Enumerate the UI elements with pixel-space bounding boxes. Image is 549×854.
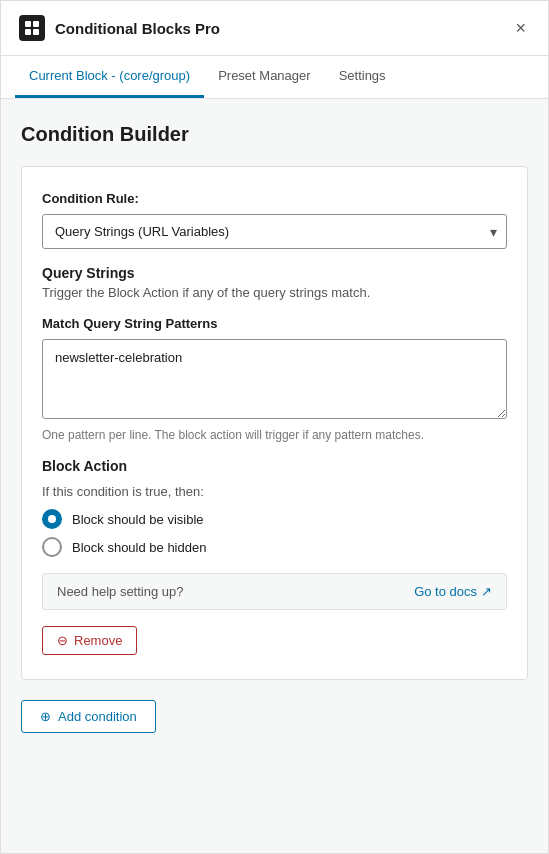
help-text: Need help setting up? xyxy=(57,584,183,599)
block-action-title: Block Action xyxy=(42,458,507,474)
radio-hidden-label: Block should be hidden xyxy=(72,540,206,555)
add-condition-area: ⊕ Add condition xyxy=(21,700,528,733)
go-to-docs-link[interactable]: Go to docs ↗ xyxy=(414,584,492,599)
external-link-icon: ↗ xyxy=(481,584,492,599)
svg-rect-2 xyxy=(25,29,31,35)
radio-group: Block should be visible Block should be … xyxy=(42,509,507,557)
condition-rule-label: Condition Rule: xyxy=(42,191,507,206)
query-strings-title: Query Strings xyxy=(42,265,507,281)
add-condition-label: Add condition xyxy=(58,709,137,724)
radio-hidden[interactable]: Block should be hidden xyxy=(42,537,507,557)
go-to-docs-label: Go to docs xyxy=(414,584,477,599)
radio-visible-label: Block should be visible xyxy=(72,512,204,527)
remove-button[interactable]: ⊖ Remove xyxy=(42,626,137,655)
condition-rule-section: Condition Rule: Query Strings (URL Varia… xyxy=(42,191,507,249)
add-condition-button[interactable]: ⊕ Add condition xyxy=(21,700,156,733)
radio-hidden-circle xyxy=(42,537,62,557)
app-icon xyxy=(19,15,45,41)
nav-tabs: Current Block - (core/group) Preset Mana… xyxy=(1,56,548,99)
pattern-section: Match Query String Patterns newsletter-c… xyxy=(42,316,507,442)
help-bar: Need help setting up? Go to docs ↗ xyxy=(42,573,507,610)
tab-preset-manager[interactable]: Preset Manager xyxy=(204,56,325,98)
query-strings-section: Query Strings Trigger the Block Action i… xyxy=(42,265,507,300)
add-condition-icon: ⊕ xyxy=(40,709,51,724)
tab-current-block[interactable]: Current Block - (core/group) xyxy=(15,56,204,98)
condition-card: Condition Rule: Query Strings (URL Varia… xyxy=(21,166,528,680)
block-action-section: Block Action If this condition is true, … xyxy=(42,458,507,557)
page-title: Condition Builder xyxy=(21,123,528,146)
main-window: Conditional Blocks Pro × Current Block -… xyxy=(0,0,549,854)
pattern-textarea[interactable]: newsletter-celebration xyxy=(42,339,507,419)
svg-rect-1 xyxy=(33,21,39,27)
svg-rect-3 xyxy=(33,29,39,35)
pattern-label: Match Query String Patterns xyxy=(42,316,507,331)
condition-rule-select[interactable]: Query Strings (URL Variables) xyxy=(42,214,507,249)
remove-label: Remove xyxy=(74,633,122,648)
remove-section: ⊖ Remove xyxy=(42,626,507,655)
svg-rect-0 xyxy=(25,21,31,27)
radio-visible-circle xyxy=(42,509,62,529)
condition-rule-select-wrapper: Query Strings (URL Variables) ▾ xyxy=(42,214,507,249)
title-bar-left: Conditional Blocks Pro xyxy=(19,15,220,41)
query-strings-desc: Trigger the Block Action if any of the q… xyxy=(42,285,507,300)
close-button[interactable]: × xyxy=(511,15,530,41)
remove-icon: ⊖ xyxy=(57,633,68,648)
condition-true-label: If this condition is true, then: xyxy=(42,484,507,499)
pattern-hint: One pattern per line. The block action w… xyxy=(42,428,507,442)
title-bar: Conditional Blocks Pro × xyxy=(1,1,548,56)
main-content: Condition Builder Condition Rule: Query … xyxy=(1,99,548,853)
app-title: Conditional Blocks Pro xyxy=(55,20,220,37)
app-logo-icon xyxy=(24,20,40,36)
radio-visible[interactable]: Block should be visible xyxy=(42,509,507,529)
tab-settings[interactable]: Settings xyxy=(325,56,400,98)
